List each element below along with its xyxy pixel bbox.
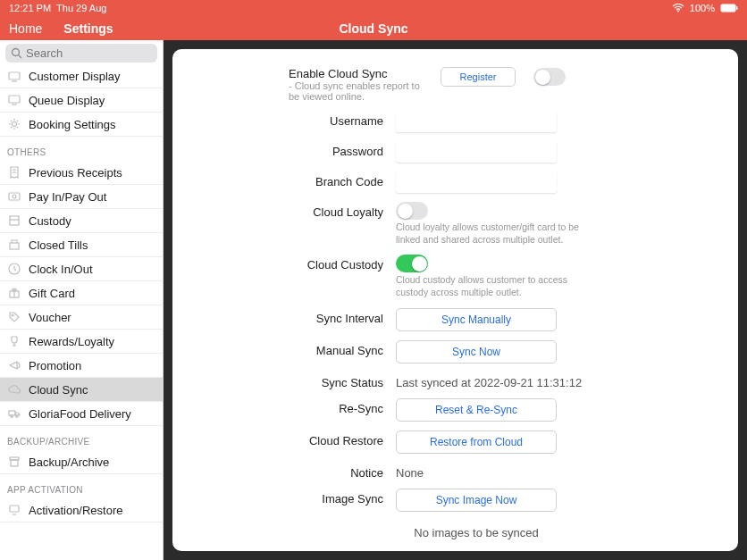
sidebar-item-custody[interactable]: Custody (0, 209, 163, 233)
svg-point-9 (13, 122, 17, 127)
monitor-icon (7, 93, 21, 107)
wifi-icon (672, 4, 684, 13)
section-others: OTHERS (0, 137, 163, 161)
sidebar-item-label: Queue Display (29, 94, 105, 107)
svg-point-0 (677, 11, 679, 13)
status-label: Sync Status (199, 372, 396, 389)
svg-point-22 (11, 415, 13, 418)
svg-rect-7 (9, 96, 20, 103)
cloud-icon (7, 382, 21, 397)
sidebar-item-label: Gift Card (29, 287, 75, 300)
receipt-icon (7, 165, 21, 180)
sidebar-item-label: Customer Display (29, 70, 121, 83)
sync-now-button[interactable]: Sync Now (396, 340, 557, 364)
status-bar: 12:21 PM Thu 29 Aug 100% (0, 0, 747, 16)
sidebar-item-gloriafood-delivery[interactable]: GloriaFood Delivery (0, 402, 163, 426)
interval-label: Sync Interval (199, 308, 396, 325)
loyalty-label: Cloud Loyalty (199, 202, 396, 219)
sidebar-item-label: Custody (29, 214, 71, 228)
username-input[interactable] (396, 111, 557, 132)
section-activation: APP ACTIVATION (0, 474, 163, 498)
branch-input[interactable] (396, 171, 557, 193)
sidebar-item-customer-display[interactable]: Customer Display (0, 66, 163, 88)
sidebar-item-label: Closed Tills (29, 238, 88, 252)
password-label: Password (199, 141, 396, 158)
sidebar-item-pay-in-pay-out[interactable]: Pay In/Pay Out (0, 185, 163, 209)
enable-desc: - Cloud sync enables report to be viewed… (289, 80, 428, 102)
restore-button[interactable]: Restore from Cloud (396, 430, 557, 454)
monitor-icon (7, 70, 21, 84)
app-header: Home Settings Cloud Sync (0, 16, 747, 40)
truck-icon (7, 406, 21, 421)
sidebar-item-label: Activation/Restore (29, 504, 123, 517)
status-date: Thu 29 Aug (56, 3, 106, 13)
device-icon (7, 503, 21, 517)
settings-panel: Enable Cloud Sync - Cloud sync enables r… (172, 49, 738, 551)
search-input[interactable] (22, 46, 152, 60)
sidebar-item-label: Rewards/Loyalty (29, 335, 114, 348)
status-value: Last synced at 2022-09-21 11:31:12 (396, 372, 711, 389)
password-input[interactable] (396, 141, 557, 163)
svg-line-4 (19, 55, 22, 59)
register-button[interactable]: Register (441, 67, 516, 87)
custody-desc: Cloud custody allows customer to access … (396, 274, 601, 298)
manual-label: Manual Sync (199, 340, 396, 357)
enable-toggle[interactable] (533, 68, 566, 86)
svg-rect-14 (10, 216, 19, 225)
nav-settings[interactable]: Settings (63, 21, 113, 36)
sidebar-item-voucher[interactable]: Voucher (0, 305, 163, 330)
svg-point-23 (16, 415, 19, 418)
sidebar-item-closed-tills[interactable]: Closed Tills (0, 233, 163, 257)
svg-rect-25 (11, 460, 18, 466)
sidebar-item-booking-settings[interactable]: Booking Settings (0, 113, 163, 137)
sidebar-item-previous-receipts[interactable]: Previous Receipts (0, 161, 163, 185)
sidebar-item-backup-archive[interactable]: Backup/Archive (0, 450, 163, 474)
sidebar: Customer DisplayQueue DisplayBooking Set… (0, 40, 164, 560)
sidebar-item-label: GloriaFood Delivery (29, 407, 131, 421)
svg-point-20 (12, 314, 13, 316)
cash-icon (7, 189, 21, 204)
sync-manually-button[interactable]: Sync Manually (396, 308, 557, 331)
custody-toggle[interactable] (396, 255, 428, 272)
restore-label: Cloud Restore (199, 430, 396, 447)
search-icon (11, 47, 22, 59)
loyalty-toggle[interactable] (396, 202, 428, 220)
clock-icon (7, 262, 21, 276)
search-box[interactable] (5, 44, 157, 63)
sidebar-item-promotion[interactable]: Promotion (0, 354, 163, 378)
svg-rect-16 (10, 243, 19, 249)
notice-value: None (396, 463, 711, 480)
sidebar-item-label: Pay In/Pay Out (29, 190, 106, 204)
reset-resync-button[interactable]: Reset & Re-Sync (396, 398, 557, 422)
svg-rect-1 (721, 4, 736, 13)
sidebar-item-label: Promotion (29, 359, 81, 372)
nav-home[interactable]: Home (9, 21, 42, 36)
notice-label: Notice (199, 463, 396, 480)
resync-label: Re-Sync (199, 398, 396, 415)
sidebar-item-rewards-loyalty[interactable]: Rewards/Loyalty (0, 330, 163, 354)
sidebar-item-label: Previous Receipts (29, 166, 122, 180)
sidebar-item-cloud-sync[interactable]: Cloud Sync (0, 378, 163, 402)
battery-percent: 100% (690, 3, 715, 13)
svg-point-3 (13, 49, 20, 56)
sidebar-item-label: Cloud Sync (29, 383, 88, 397)
sidebar-item-gift-card[interactable]: Gift Card (0, 281, 163, 305)
sidebar-item-label: Voucher (29, 311, 71, 324)
trophy-icon (7, 334, 21, 348)
archive-icon (7, 455, 21, 469)
box-icon (7, 213, 21, 228)
image-label: Image Sync (199, 489, 396, 506)
sidebar-item-clock-in-out[interactable]: Clock In/Out (0, 257, 163, 281)
svg-rect-12 (9, 193, 20, 200)
username-label: Username (199, 111, 396, 128)
tag-icon (7, 310, 21, 324)
sidebar-item-queue-display[interactable]: Queue Display (0, 88, 163, 113)
sidebar-item-label: Booking Settings (29, 118, 116, 131)
page-title: Cloud Sync (339, 21, 407, 36)
sidebar-item-activation-restore[interactable]: Activation/Restore (0, 498, 163, 522)
section-backup: BACKUP/ARCHIVE (0, 426, 163, 450)
gift-icon (7, 286, 21, 300)
horn-icon (7, 358, 21, 372)
sync-image-button[interactable]: Sync Image Now (396, 489, 557, 512)
svg-point-13 (13, 195, 16, 198)
